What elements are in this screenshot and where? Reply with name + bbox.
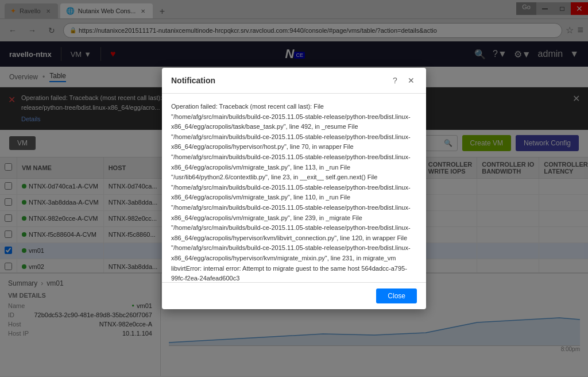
notification-modal: Notification ? ✕ Operation failed: Trace…: [162, 68, 426, 309]
modal-close-x-button[interactable]: ✕: [405, 75, 417, 86]
modal-overlay: Notification ? ✕ Operation failed: Trace…: [0, 0, 588, 377]
modal-close-button[interactable]: Close: [376, 288, 417, 303]
modal-title: Notification: [171, 76, 215, 85]
modal-help-button[interactable]: ?: [389, 75, 401, 86]
modal-message: Operation failed: Traceback (most recent…: [171, 102, 417, 282]
